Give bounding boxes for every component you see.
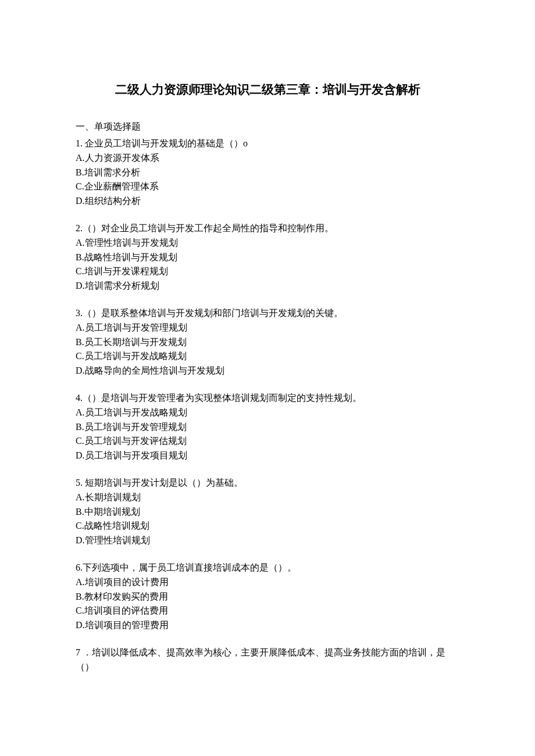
option-a: A.员工培训与开发战略规划	[76, 406, 459, 420]
option-c: C.培训项目的评估费用	[76, 604, 459, 618]
option-a: A.长期培训规划	[76, 490, 459, 505]
option-c: C.员工培训与开发战略规划	[76, 349, 459, 364]
option-a: A.培训项目的设计费用	[76, 575, 459, 590]
option-b: B.战略性培训与开发规划	[76, 250, 459, 265]
option-b: B.员工培训与开发管理规划	[76, 420, 459, 435]
question-stem: 1. 企业员工培训与开发规划的基础是（）o	[76, 137, 459, 151]
option-b: B.中期培训规划	[76, 505, 459, 519]
option-d: D.员工培训与开发项目规划	[76, 449, 459, 463]
question-stem: 5. 短期培训与开发计划是以（）为基础。	[76, 476, 459, 490]
option-d: D.组织结构分析	[76, 194, 459, 209]
option-d: D.培训项目的管理费用	[76, 618, 459, 633]
option-c: C.战略性培训规划	[76, 519, 459, 533]
option-b: B.员工长期培训与开发规划	[76, 335, 459, 350]
question-block: 4.（）是培训与开发管理者为实现整体培训规划而制定的支持性规划。 A.员工培训与…	[76, 391, 459, 463]
question-stem: 3.（）是联系整体培训与开发规划和部门培训与开发规划的关键。	[76, 306, 459, 321]
section-heading: 一、单项选择题	[76, 121, 459, 133]
question-stem: 6.下列选项中，属于员工培训直接培训成本的是（）。	[76, 561, 459, 575]
question-block: 3.（）是联系整体培训与开发规划和部门培训与开发规划的关键。 A.员工培训与开发…	[76, 306, 459, 378]
question-block: 6.下列选项中，属于员工培训直接培训成本的是（）。 A.培训项目的设计费用 B.…	[76, 561, 459, 633]
question-block: 7 ．培训以降低成本、提高效率为核心，主要开展降低成本、提高业务技能方面的培训，…	[76, 646, 459, 675]
question-block: 2.（）对企业员工培训与开发工作起全局性的指导和控制作用。 A.管理性培训与开发…	[76, 221, 459, 293]
option-c: C.企业薪酬管理体系	[76, 180, 459, 194]
option-c: C.员工培训与开发评估规划	[76, 434, 459, 449]
question-block: 5. 短期培训与开发计划是以（）为基础。 A.长期培训规划 B.中期培训规划 C…	[76, 476, 459, 548]
option-a: A.员工培训与开发管理规划	[76, 321, 459, 335]
question-block: 1. 企业员工培训与开发规划的基础是（）o A.人力资源开发体系 B.培训需求分…	[76, 137, 459, 209]
option-b: B.培训需求分析	[76, 166, 459, 180]
page-title: 二级人力资源师理论知识二级第三章：培训与开发含解析	[76, 81, 459, 98]
option-a: A.管理性培训与开发规划	[76, 236, 459, 250]
option-b: B.教材印发购买的费用	[76, 590, 459, 604]
option-d: D.战略导向的全局性培训与开发规划	[76, 364, 459, 378]
option-d: D.管理性培训规划	[76, 533, 459, 548]
option-c: C.培训与开发课程规划	[76, 264, 459, 279]
question-stem: 7 ．培训以降低成本、提高效率为核心，主要开展降低成本、提高业务技能方面的培训，…	[76, 646, 459, 675]
question-stem: 4.（）是培训与开发管理者为实现整体培训规划而制定的支持性规划。	[76, 391, 459, 406]
option-a: A.人力资源开发体系	[76, 151, 459, 166]
question-stem: 2.（）对企业员工培训与开发工作起全局性的指导和控制作用。	[76, 221, 459, 236]
option-d: D.培训需求分析规划	[76, 279, 459, 293]
